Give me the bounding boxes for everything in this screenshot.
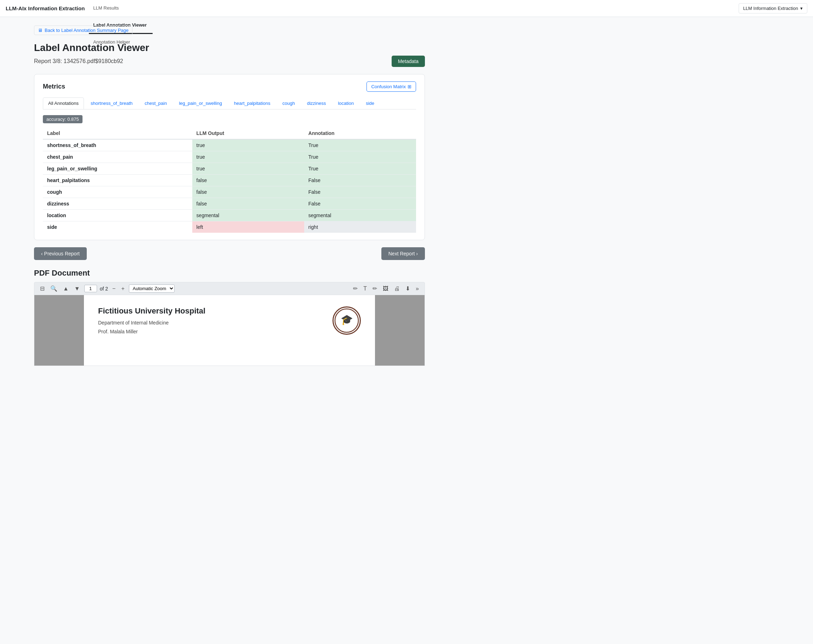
back-arrow-icon: 🖥 — [38, 28, 43, 33]
table-cell-label: side — [43, 221, 192, 233]
table-cell-label: chest_pain — [43, 151, 192, 163]
pdf-page-input[interactable] — [84, 285, 97, 292]
prev-report-button[interactable]: ‹ Previous Report — [34, 247, 87, 260]
tab-cough[interactable]: cough — [277, 97, 300, 109]
table-cell-annotation: True — [304, 139, 416, 151]
pdf-next-page-icon[interactable]: ▼ — [73, 285, 81, 293]
metrics-card: Metrics Confusion Matrix ⊞ All Annotatio… — [34, 74, 425, 240]
table-cell-annotation: False — [304, 186, 416, 198]
table-cell-annotation: True — [304, 151, 416, 163]
pdf-image-icon[interactable]: 🖼 — [381, 285, 390, 293]
tab-All Annotations[interactable]: All Annotations — [43, 97, 84, 109]
pdf-prev-page-icon[interactable]: ▲ — [61, 285, 70, 293]
table-cell-annotation: segmental — [304, 210, 416, 221]
tab-chest_pain[interactable]: chest_pain — [139, 97, 173, 109]
table-cell-annotation: True — [304, 163, 416, 175]
confusion-matrix-label: Confusion Matrix — [371, 84, 406, 89]
pdf-right-margin — [375, 295, 424, 366]
pdf-more-icon[interactable]: » — [414, 285, 420, 293]
table-cell-label: shortness_of_breath — [43, 139, 192, 151]
table-cell-annotation: False — [304, 198, 416, 210]
metrics-tabs: All Annotationsshortness_of_breathchest_… — [43, 97, 416, 109]
tab-heart_palpitations[interactable]: heart_palpitations — [229, 97, 276, 109]
tab-location[interactable]: location — [332, 97, 359, 109]
pdf-print-icon[interactable]: 🖨 — [393, 285, 401, 293]
back-link-label: Back to Label Annotation Summary Page — [44, 28, 129, 33]
table-cell-llm: true — [192, 163, 304, 175]
tab-shortness_of_breath[interactable]: shortness_of_breath — [85, 97, 138, 109]
pdf-zoom-out-icon[interactable]: 🔍 — [49, 284, 59, 293]
pdf-left-margin — [34, 295, 84, 366]
metrics-table: Label LLM Output Annotation shortness_of… — [43, 127, 416, 233]
pdf-hospital-name: Fictitious University Hospital — [98, 307, 321, 316]
metrics-table-body: shortness_of_breathtrueTruechest_paintru… — [43, 139, 416, 233]
table-cell-annotation: right — [304, 221, 416, 233]
table-cell-label: heart_palpitations — [43, 175, 192, 186]
table-row: shortness_of_breathtrueTrue — [43, 139, 416, 151]
back-link[interactable]: 🖥 Back to Label Annotation Summary Page — [34, 26, 132, 35]
navbar: LLM-AIx Information Extraction Preproces… — [0, 0, 813, 17]
svg-text:🎓: 🎓 — [341, 314, 353, 325]
confusion-matrix-button[interactable]: Confusion Matrix ⊞ — [366, 81, 416, 92]
pdf-text-icon[interactable]: T — [362, 285, 368, 293]
pdf-section-title: PDF Document — [34, 268, 425, 278]
table-cell-llm: false — [192, 175, 304, 186]
pdf-zoom-select[interactable]: Automatic Zoom — [129, 284, 175, 293]
university-seal-icon: 🎓 — [334, 308, 359, 333]
pdf-content: Fictitious University Hospital Departmen… — [34, 295, 425, 366]
pdf-logo: 🎓 — [332, 307, 361, 335]
pdf-toolbar: ⊟ 🔍 ▲ ▼ of 2 − + Automatic Zoom ✏ T ✏ 🖼 … — [34, 282, 425, 295]
pdf-zoom-minus[interactable]: − — [111, 285, 117, 293]
table-cell-llm: true — [192, 139, 304, 151]
table-cell-label: location — [43, 210, 192, 221]
col-header-label: Label — [43, 127, 192, 139]
table-cell-llm: true — [192, 151, 304, 163]
tab-dizziness[interactable]: dizziness — [302, 97, 331, 109]
table-cell-label: dizziness — [43, 198, 192, 210]
pdf-edit-icon[interactable]: ✏ — [352, 284, 359, 293]
pdf-zoom-plus[interactable]: + — [120, 285, 126, 293]
table-row: chest_paintrueTrue — [43, 151, 416, 163]
pdf-page-total: of 2 — [100, 286, 108, 291]
report-subtitle-text: Report 3/8: 1342576.pdf$9180cb92 — [34, 58, 123, 64]
table-row: coughfalseFalse — [43, 186, 416, 198]
nav-item-llm-results[interactable]: LLM Results — [89, 0, 152, 17]
metrics-title: Metrics — [43, 83, 65, 90]
table-cell-llm: false — [192, 198, 304, 210]
metadata-button[interactable]: Metadata — [392, 56, 425, 67]
pdf-download-icon[interactable]: ⬇ — [404, 284, 412, 293]
page-title: Label Annotation Viewer — [34, 42, 425, 54]
pdf-sidebar-toggle[interactable]: ⊟ — [38, 284, 46, 293]
table-cell-label: leg_pain_or_swelling — [43, 163, 192, 175]
table-row: sideleftright — [43, 221, 416, 233]
table-cell-annotation: False — [304, 175, 416, 186]
nav-dropdown[interactable]: LLM Information Extraction ▾ — [739, 3, 807, 14]
accuracy-badge: accuracy: 0.875 — [43, 115, 83, 123]
pdf-draw-icon[interactable]: ✏ — [371, 284, 378, 293]
table-cell-llm: false — [192, 186, 304, 198]
pdf-dept-line1: Department of Internal Medicine — [98, 319, 321, 327]
pdf-dept-line2: Prof. Malala Miller — [98, 327, 321, 336]
next-report-button[interactable]: Next Report › — [381, 247, 425, 260]
col-header-annotation: Annotation — [304, 127, 416, 139]
tab-leg_pain_or_swelling[interactable]: leg_pain_or_swelling — [173, 97, 227, 109]
table-header-row: Label LLM Output Annotation — [43, 127, 416, 139]
nav-buttons: ‹ Previous Report Next Report › — [34, 247, 425, 260]
table-row: heart_palpitationsfalseFalse — [43, 175, 416, 186]
table-row: dizzinessfalseFalse — [43, 198, 416, 210]
pdf-section: PDF Document ⊟ 🔍 ▲ ▼ of 2 − + Automatic … — [34, 268, 425, 366]
table-row: locationsegmentalsegmental — [43, 210, 416, 221]
pdf-logo-area: Fictitious University Hospital Departmen… — [98, 307, 361, 336]
table-cell-llm: segmental — [192, 210, 304, 221]
metrics-card-header: Metrics Confusion Matrix ⊞ — [43, 81, 416, 92]
tab-side[interactable]: side — [360, 97, 380, 109]
grid-icon: ⊞ — [407, 84, 412, 89]
table-cell-llm: left — [192, 221, 304, 233]
table-cell-label: cough — [43, 186, 192, 198]
nav-dropdown-label: LLM Information Extraction — [743, 6, 798, 11]
col-header-llm: LLM Output — [192, 127, 304, 139]
table-row: leg_pain_or_swellingtrueTrue — [43, 163, 416, 175]
report-subtitle-row: Report 3/8: 1342576.pdf$9180cb92 Metadat… — [34, 56, 425, 67]
chevron-down-icon: ▾ — [800, 6, 803, 11]
navbar-brand: LLM-AIx Information Extraction — [6, 5, 85, 11]
